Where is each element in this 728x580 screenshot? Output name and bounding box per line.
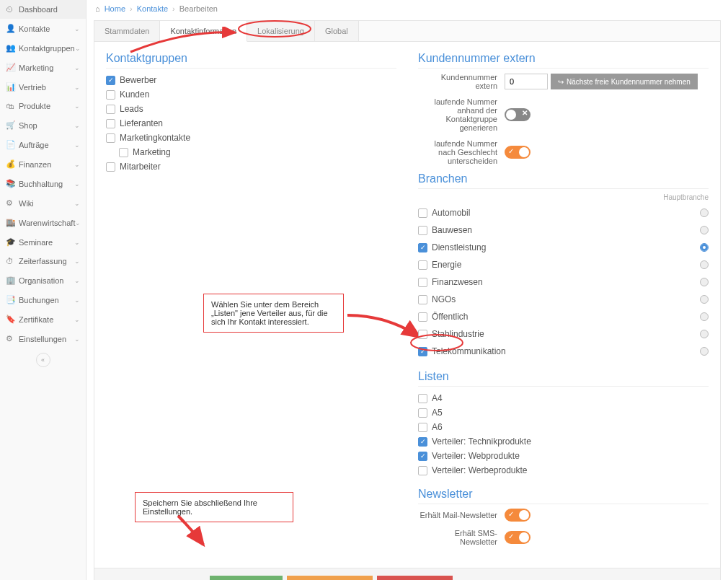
checkbox-label: A4	[432, 393, 443, 403]
toggle-laufende-geschlecht[interactable]	[505, 146, 531, 159]
breadcrumb-home[interactable]: Home	[105, 4, 125, 13]
tab-kontaktinformation[interactable]: Kontaktinformation	[160, 21, 247, 42]
menu-icon: 🛍	[6, 102, 14, 110]
checkbox-label: Mitarbeiter	[120, 162, 161, 172]
checkbox-icon	[418, 278, 427, 287]
chevron-down-icon: ⌄	[74, 161, 80, 168]
reset-button[interactable]: ↻ Zurücksetzen	[287, 576, 373, 580]
cancel-button[interactable]: ✕ Abbrechen	[377, 576, 453, 580]
sidebar-item-dashboard[interactable]: ⏲Dashboard	[0, 0, 86, 19]
sidebar-item-label: Einstellungen	[19, 335, 66, 343]
checkbox-row[interactable]: Verteiler: Webprodukte	[418, 449, 709, 463]
sidebar-item-label: Vertrieb	[19, 83, 46, 92]
checkbox-row[interactable]: Kunden	[106, 87, 396, 102]
checkbox-row[interactable]: Verteiler: Werbeprodukte	[418, 463, 709, 478]
sidebar-item-buchungen[interactable]: 📑Buchungen⌄	[0, 290, 86, 309]
checkbox-label: Verteiler: Technikprodukte	[432, 436, 531, 447]
sidebar-item-zertifikate[interactable]: 🔖Zertifikate⌄	[0, 309, 86, 329]
branche-label: Öffentlich	[432, 312, 468, 322]
tab-global[interactable]: Global	[315, 21, 359, 41]
checkbox-label: Marketing	[133, 147, 171, 157]
branche-checkbox[interactable]: Dienstleistung	[418, 240, 486, 255]
chevron-down-icon: ⌄	[75, 45, 81, 52]
toggle-laufende-gruppe[interactable]: ✕	[505, 108, 531, 121]
checkbox-row[interactable]: A5	[418, 405, 709, 420]
row-kundennummer: Kundennummer extern ↪ Nächste freie Kund…	[418, 73, 709, 90]
sidebar-item-aufträge[interactable]: 📄Aufträge⌄	[0, 135, 86, 154]
section-branchen-title: Branchen	[418, 172, 709, 189]
tab-lokalisierung[interactable]: Lokalisierung	[247, 21, 315, 41]
checkbox-row[interactable]: Marketingkontakte	[106, 131, 396, 145]
checkbox-icon	[418, 243, 427, 252]
sidebar-item-wiki[interactable]: ⚙Wiki⌄	[0, 193, 86, 213]
checkbox-label: A5	[432, 408, 443, 418]
sidebar-item-seminare[interactable]: 🎓Seminare⌄	[0, 232, 86, 252]
footer-actions: ✓ Speichern ↻ Zurücksetzen ✕ Abbrechen	[94, 568, 720, 580]
branche-checkbox[interactable]: Bauwesen	[418, 223, 472, 237]
checkbox-row[interactable]: Lieferanten	[106, 116, 396, 131]
branche-checkbox[interactable]: Finanzwesen	[418, 275, 483, 289]
btn-next-kundennummer[interactable]: ↪ Nächste freie Kundennummer nehmen	[551, 74, 698, 89]
checkbox-row[interactable]: Mitarbeiter	[106, 159, 396, 174]
sidebar-collapse[interactable]: «	[0, 348, 86, 372]
hauptbranche-radio[interactable]	[700, 295, 709, 304]
hauptbranche-radio[interactable]	[700, 208, 709, 217]
checkbox-row[interactable]: Bewerber	[106, 73, 396, 87]
menu-icon: 🛒	[6, 120, 14, 130]
menu-icon: 👤	[6, 24, 14, 33]
sidebar-item-label: Aufträge	[19, 141, 49, 149]
sidebar-item-marketing[interactable]: 📈Marketing⌄	[0, 58, 86, 77]
checkbox-label: Verteiler: Werbeprodukte	[432, 465, 528, 475]
sidebar-item-produkte[interactable]: 🛍Produkte⌄	[0, 97, 86, 115]
hauptbranche-radio[interactable]	[700, 278, 709, 286]
branche-checkbox[interactable]: Energie	[418, 258, 461, 272]
sidebar-item-einstellungen[interactable]: ⚙Einstellungen⌄	[0, 329, 86, 348]
main-content: ⌂ Home › Kontakte › Bearbeiten Stammdate…	[86, 0, 728, 580]
checkbox-row[interactable]: A6	[418, 420, 709, 434]
toggle-mail-newsletter[interactable]	[505, 509, 531, 522]
sidebar-item-buchhaltung[interactable]: 📚Buchhaltung⌄	[0, 174, 86, 193]
sidebar-item-label: Dashboard	[19, 5, 58, 14]
checkbox-row[interactable]: A4	[418, 391, 709, 405]
input-kundennummer[interactable]	[505, 74, 548, 89]
checkbox-icon	[106, 105, 115, 114]
branche-label: Finanzwesen	[432, 277, 483, 287]
hauptbranche-radio[interactable]	[700, 347, 709, 356]
checkbox-row[interactable]: Marketing	[119, 145, 396, 159]
tab-stammdaten[interactable]: Stammdaten	[94, 21, 160, 41]
hauptbranche-radio[interactable]	[700, 260, 709, 269]
chevron-down-icon: ⌄	[74, 122, 80, 129]
branche-checkbox[interactable]: Automobil	[418, 206, 470, 220]
sidebar-item-kontakte[interactable]: 👤Kontakte⌄	[0, 19, 86, 38]
chevron-down-icon: ⌄	[74, 296, 80, 304]
hauptbranche-radio[interactable]	[700, 312, 709, 321]
branche-label: Dienstleistung	[432, 242, 486, 252]
btn-next-kundennummer-label: Nächste freie Kundennummer nehmen	[567, 78, 691, 86]
branche-row: Bauwesen	[418, 221, 709, 239]
sidebar-item-organisation[interactable]: 🏢Organisation⌄	[0, 271, 86, 290]
sidebar-item-warenwirtschaft[interactable]: 🏬Warenwirtschaft⌄	[0, 213, 86, 232]
sidebar-item-shop[interactable]: 🛒Shop⌄	[0, 115, 86, 135]
home-icon: ⌂	[95, 4, 100, 13]
branche-checkbox[interactable]: Telekommunikation	[418, 344, 506, 359]
hauptbranche-radio[interactable]	[700, 226, 709, 234]
sidebar-item-label: Zertifikate	[19, 315, 53, 324]
save-button[interactable]: ✓ Speichern	[210, 576, 283, 580]
branche-checkbox[interactable]: Stahlindustrie	[418, 327, 484, 341]
checkbox-row[interactable]: Leads	[106, 102, 396, 116]
label-kundennummer: Kundennummer extern	[418, 73, 505, 90]
toggle-sms-newsletter[interactable]	[505, 531, 531, 544]
hauptbranche-radio[interactable]	[700, 243, 709, 252]
branche-checkbox[interactable]: Öffentlich	[418, 309, 468, 324]
hauptbranche-radio[interactable]	[700, 330, 709, 338]
sidebar-item-vertrieb[interactable]: 📊Vertrieb⌄	[0, 77, 86, 97]
sidebar-item-zeiterfassung[interactable]: ⏱Zeiterfassung⌄	[0, 252, 86, 271]
sidebar-item-finanzen[interactable]: 💰Finanzen⌄	[0, 154, 86, 174]
checkbox-label: A6	[432, 422, 443, 432]
branche-checkbox[interactable]: NGOs	[418, 292, 456, 307]
menu-icon: 💰	[6, 159, 14, 169]
breadcrumb-kontakte[interactable]: Kontakte	[137, 4, 168, 13]
sidebar-item-kontaktgruppen[interactable]: 👥Kontaktgruppen⌄	[0, 38, 86, 58]
checkbox-icon	[418, 408, 427, 418]
checkbox-row[interactable]: Verteiler: Technikprodukte	[418, 434, 709, 449]
